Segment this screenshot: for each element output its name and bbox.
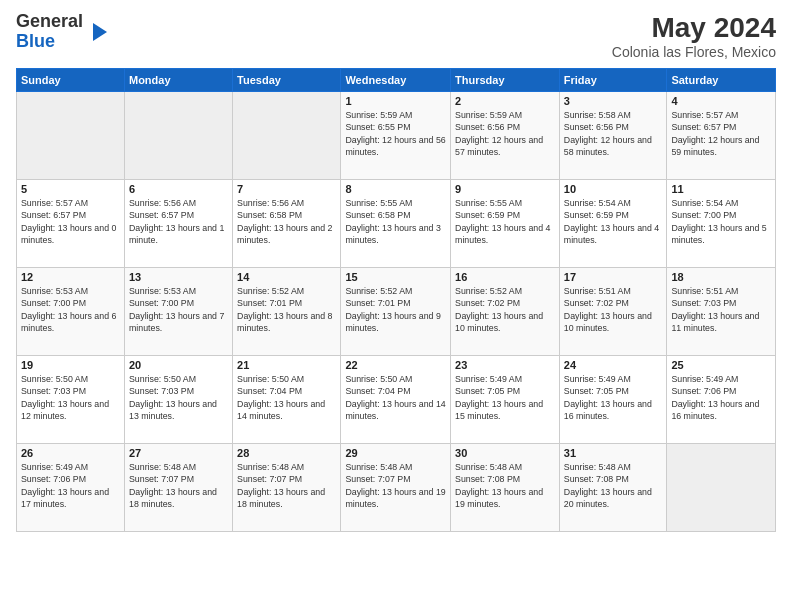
day-number: 29 — [345, 447, 446, 459]
day-info: Sunrise: 5:59 AMSunset: 6:56 PMDaylight:… — [455, 109, 555, 158]
table-row: 29Sunrise: 5:48 AMSunset: 7:07 PMDayligh… — [341, 444, 451, 532]
day-info: Sunrise: 5:51 AMSunset: 7:02 PMDaylight:… — [564, 285, 663, 334]
day-info: Sunrise: 5:52 AMSunset: 7:02 PMDaylight:… — [455, 285, 555, 334]
day-number: 26 — [21, 447, 120, 459]
day-number: 22 — [345, 359, 446, 371]
day-number: 31 — [564, 447, 663, 459]
day-info: Sunrise: 5:49 AMSunset: 7:05 PMDaylight:… — [564, 373, 663, 422]
logo-blue: Blue — [16, 31, 55, 51]
table-row: 9Sunrise: 5:55 AMSunset: 6:59 PMDaylight… — [451, 180, 560, 268]
day-info: Sunrise: 5:48 AMSunset: 7:07 PMDaylight:… — [129, 461, 228, 510]
title-block: May 2024 Colonia las Flores, Mexico — [612, 12, 776, 60]
day-number: 8 — [345, 183, 446, 195]
day-number: 18 — [671, 271, 771, 283]
day-number: 5 — [21, 183, 120, 195]
day-info: Sunrise: 5:57 AMSunset: 6:57 PMDaylight:… — [671, 109, 771, 158]
day-info: Sunrise: 5:56 AMSunset: 6:58 PMDaylight:… — [237, 197, 336, 246]
svg-marker-0 — [93, 23, 107, 41]
day-number: 11 — [671, 183, 771, 195]
day-number: 7 — [237, 183, 336, 195]
day-info: Sunrise: 5:52 AMSunset: 7:01 PMDaylight:… — [345, 285, 446, 334]
calendar-subtitle: Colonia las Flores, Mexico — [612, 44, 776, 60]
day-info: Sunrise: 5:49 AMSunset: 7:06 PMDaylight:… — [671, 373, 771, 422]
day-number: 13 — [129, 271, 228, 283]
table-row: 20Sunrise: 5:50 AMSunset: 7:03 PMDayligh… — [124, 356, 232, 444]
day-info: Sunrise: 5:59 AMSunset: 6:55 PMDaylight:… — [345, 109, 446, 158]
calendar-title: May 2024 — [612, 12, 776, 44]
table-row: 3Sunrise: 5:58 AMSunset: 6:56 PMDaylight… — [559, 92, 667, 180]
table-row: 4Sunrise: 5:57 AMSunset: 6:57 PMDaylight… — [667, 92, 776, 180]
day-number: 9 — [455, 183, 555, 195]
day-info: Sunrise: 5:49 AMSunset: 7:06 PMDaylight:… — [21, 461, 120, 510]
table-row: 1Sunrise: 5:59 AMSunset: 6:55 PMDaylight… — [341, 92, 451, 180]
day-number: 20 — [129, 359, 228, 371]
day-number: 30 — [455, 447, 555, 459]
day-number: 6 — [129, 183, 228, 195]
calendar-week-row: 19Sunrise: 5:50 AMSunset: 7:03 PMDayligh… — [17, 356, 776, 444]
day-info: Sunrise: 5:58 AMSunset: 6:56 PMDaylight:… — [564, 109, 663, 158]
header-tuesday: Tuesday — [233, 69, 341, 92]
header-thursday: Thursday — [451, 69, 560, 92]
header-saturday: Saturday — [667, 69, 776, 92]
table-row: 23Sunrise: 5:49 AMSunset: 7:05 PMDayligh… — [451, 356, 560, 444]
table-row: 22Sunrise: 5:50 AMSunset: 7:04 PMDayligh… — [341, 356, 451, 444]
header-monday: Monday — [124, 69, 232, 92]
table-row: 30Sunrise: 5:48 AMSunset: 7:08 PMDayligh… — [451, 444, 560, 532]
day-number: 27 — [129, 447, 228, 459]
day-info: Sunrise: 5:54 AMSunset: 7:00 PMDaylight:… — [671, 197, 771, 246]
day-info: Sunrise: 5:56 AMSunset: 6:57 PMDaylight:… — [129, 197, 228, 246]
day-info: Sunrise: 5:48 AMSunset: 7:07 PMDaylight:… — [345, 461, 446, 510]
table-row: 14Sunrise: 5:52 AMSunset: 7:01 PMDayligh… — [233, 268, 341, 356]
header-sunday: Sunday — [17, 69, 125, 92]
day-info: Sunrise: 5:49 AMSunset: 7:05 PMDaylight:… — [455, 373, 555, 422]
table-row: 25Sunrise: 5:49 AMSunset: 7:06 PMDayligh… — [667, 356, 776, 444]
day-info: Sunrise: 5:57 AMSunset: 6:57 PMDaylight:… — [21, 197, 120, 246]
table-row: 10Sunrise: 5:54 AMSunset: 6:59 PMDayligh… — [559, 180, 667, 268]
table-row: 21Sunrise: 5:50 AMSunset: 7:04 PMDayligh… — [233, 356, 341, 444]
day-number: 2 — [455, 95, 555, 107]
header-friday: Friday — [559, 69, 667, 92]
day-info: Sunrise: 5:50 AMSunset: 7:04 PMDaylight:… — [237, 373, 336, 422]
table-row: 16Sunrise: 5:52 AMSunset: 7:02 PMDayligh… — [451, 268, 560, 356]
calendar-week-row: 12Sunrise: 5:53 AMSunset: 7:00 PMDayligh… — [17, 268, 776, 356]
day-number: 4 — [671, 95, 771, 107]
day-info: Sunrise: 5:54 AMSunset: 6:59 PMDaylight:… — [564, 197, 663, 246]
day-number: 23 — [455, 359, 555, 371]
day-number: 28 — [237, 447, 336, 459]
day-number: 14 — [237, 271, 336, 283]
page: General Blue May 2024 Colonia las Flores… — [0, 0, 792, 612]
table-row: 5Sunrise: 5:57 AMSunset: 6:57 PMDaylight… — [17, 180, 125, 268]
header-wednesday: Wednesday — [341, 69, 451, 92]
table-row: 11Sunrise: 5:54 AMSunset: 7:00 PMDayligh… — [667, 180, 776, 268]
table-row: 28Sunrise: 5:48 AMSunset: 7:07 PMDayligh… — [233, 444, 341, 532]
day-number: 25 — [671, 359, 771, 371]
day-info: Sunrise: 5:48 AMSunset: 7:08 PMDaylight:… — [564, 461, 663, 510]
table-row — [124, 92, 232, 180]
day-info: Sunrise: 5:55 AMSunset: 6:58 PMDaylight:… — [345, 197, 446, 246]
day-number: 19 — [21, 359, 120, 371]
day-info: Sunrise: 5:51 AMSunset: 7:03 PMDaylight:… — [671, 285, 771, 334]
day-number: 15 — [345, 271, 446, 283]
day-info: Sunrise: 5:55 AMSunset: 6:59 PMDaylight:… — [455, 197, 555, 246]
table-row: 13Sunrise: 5:53 AMSunset: 7:00 PMDayligh… — [124, 268, 232, 356]
day-info: Sunrise: 5:52 AMSunset: 7:01 PMDaylight:… — [237, 285, 336, 334]
day-number: 24 — [564, 359, 663, 371]
day-number: 10 — [564, 183, 663, 195]
header: General Blue May 2024 Colonia las Flores… — [16, 12, 776, 60]
table-row: 27Sunrise: 5:48 AMSunset: 7:07 PMDayligh… — [124, 444, 232, 532]
calendar-week-row: 1Sunrise: 5:59 AMSunset: 6:55 PMDaylight… — [17, 92, 776, 180]
day-info: Sunrise: 5:50 AMSunset: 7:03 PMDaylight:… — [129, 373, 228, 422]
day-number: 1 — [345, 95, 446, 107]
calendar-week-row: 26Sunrise: 5:49 AMSunset: 7:06 PMDayligh… — [17, 444, 776, 532]
day-number: 21 — [237, 359, 336, 371]
table-row: 15Sunrise: 5:52 AMSunset: 7:01 PMDayligh… — [341, 268, 451, 356]
table-row: 31Sunrise: 5:48 AMSunset: 7:08 PMDayligh… — [559, 444, 667, 532]
day-number: 17 — [564, 271, 663, 283]
logo: General Blue — [16, 12, 109, 52]
day-info: Sunrise: 5:53 AMSunset: 7:00 PMDaylight:… — [129, 285, 228, 334]
table-row — [233, 92, 341, 180]
table-row — [667, 444, 776, 532]
table-row: 6Sunrise: 5:56 AMSunset: 6:57 PMDaylight… — [124, 180, 232, 268]
day-number: 16 — [455, 271, 555, 283]
weekday-header-row: Sunday Monday Tuesday Wednesday Thursday… — [17, 69, 776, 92]
